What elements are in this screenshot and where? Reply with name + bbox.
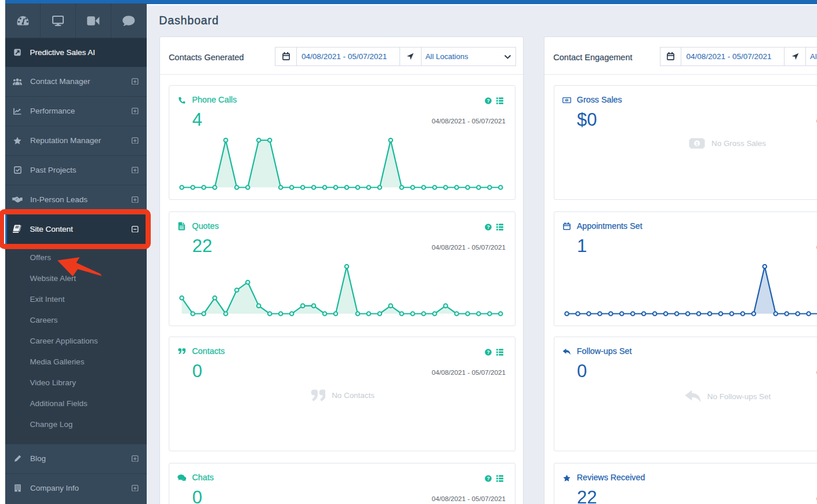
svg-text:?: ? xyxy=(486,349,489,355)
svg-text:?: ? xyxy=(486,224,489,230)
svg-text:1: 1 xyxy=(695,140,699,147)
svg-text:?: ? xyxy=(486,98,489,104)
svg-text:?: ? xyxy=(486,476,489,481)
svg-text:1: 1 xyxy=(566,98,568,101)
